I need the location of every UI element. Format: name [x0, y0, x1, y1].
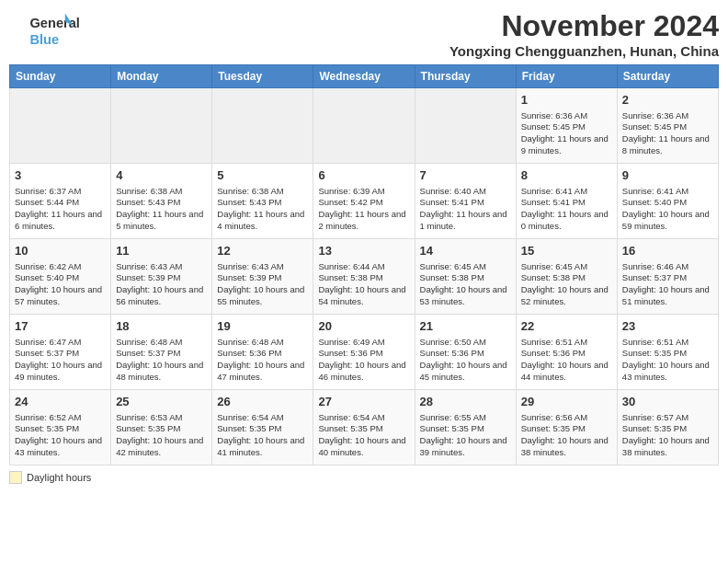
day-number: 24 [15, 394, 106, 410]
calendar-cell: 28Sunrise: 6:55 AM Sunset: 5:35 PM Dayli… [415, 390, 516, 465]
day-info: Sunrise: 6:41 AM Sunset: 5:40 PM Dayligh… [622, 186, 713, 233]
calendar-cell: 25Sunrise: 6:53 AM Sunset: 5:35 PM Dayli… [111, 390, 212, 465]
weekday-header-sunday: Sunday [10, 65, 111, 88]
day-number: 14 [420, 243, 511, 259]
day-number: 11 [116, 243, 207, 259]
day-number: 3 [15, 167, 106, 184]
day-number: 21 [420, 318, 511, 335]
day-info: Sunrise: 6:46 AM Sunset: 5:37 PM Dayligh… [622, 261, 713, 308]
day-info: Sunrise: 6:54 AM Sunset: 5:35 PM Dayligh… [318, 412, 409, 459]
day-number: 22 [521, 318, 612, 335]
calendar-cell [313, 88, 415, 164]
header: General Blue November 2024 Yongxing Chen… [9, 9, 719, 59]
calendar-cell: 7Sunrise: 6:40 AM Sunset: 5:41 PM Daylig… [415, 164, 516, 239]
day-info: Sunrise: 6:50 AM Sunset: 5:36 PM Dayligh… [420, 337, 511, 384]
calendar-cell: 18Sunrise: 6:48 AM Sunset: 5:37 PM Dayli… [111, 315, 212, 390]
day-info: Sunrise: 6:51 AM Sunset: 5:35 PM Dayligh… [622, 337, 713, 384]
calendar-cell: 6Sunrise: 6:39 AM Sunset: 5:42 PM Daylig… [313, 164, 415, 239]
day-number: 28 [420, 394, 511, 410]
day-number: 27 [318, 394, 409, 410]
day-info: Sunrise: 6:42 AM Sunset: 5:40 PM Dayligh… [15, 261, 106, 308]
day-info: Sunrise: 6:57 AM Sunset: 5:35 PM Dayligh… [622, 412, 713, 459]
day-number: 4 [116, 167, 207, 184]
day-info: Sunrise: 6:52 AM Sunset: 5:35 PM Dayligh… [15, 412, 106, 459]
calendar-cell [10, 88, 111, 164]
day-number: 29 [521, 394, 612, 410]
day-info: Sunrise: 6:36 AM Sunset: 5:45 PM Dayligh… [622, 110, 713, 157]
day-info: Sunrise: 6:48 AM Sunset: 5:36 PM Dayligh… [217, 337, 308, 384]
weekday-header-thursday: Thursday [415, 65, 516, 88]
day-number: 16 [622, 243, 713, 259]
day-info: Sunrise: 6:39 AM Sunset: 5:42 PM Dayligh… [318, 186, 409, 233]
title-area: November 2024 Yongxing Chengguanzhen, Hu… [449, 9, 719, 59]
calendar-cell: 5Sunrise: 6:38 AM Sunset: 5:43 PM Daylig… [212, 164, 313, 239]
logo: General Blue [9, 9, 92, 51]
day-number: 15 [521, 243, 612, 259]
day-number: 10 [15, 243, 106, 259]
weekday-header-wednesday: Wednesday [313, 65, 415, 88]
calendar-cell [212, 88, 313, 164]
day-number: 30 [622, 394, 713, 410]
day-number: 2 [622, 92, 713, 109]
calendar-cell: 14Sunrise: 6:45 AM Sunset: 5:38 PM Dayli… [415, 239, 516, 315]
calendar-week-4: 17Sunrise: 6:47 AM Sunset: 5:37 PM Dayli… [10, 315, 719, 390]
calendar-cell: 2Sunrise: 6:36 AM Sunset: 5:45 PM Daylig… [617, 88, 718, 164]
day-number: 25 [116, 394, 207, 410]
day-number: 8 [521, 167, 612, 184]
weekday-header-friday: Friday [516, 65, 617, 88]
day-number: 20 [318, 318, 409, 335]
calendar-cell: 15Sunrise: 6:45 AM Sunset: 5:38 PM Dayli… [516, 239, 617, 315]
day-info: Sunrise: 6:45 AM Sunset: 5:38 PM Dayligh… [521, 261, 612, 308]
day-number: 12 [217, 243, 308, 259]
calendar-cell: 4Sunrise: 6:38 AM Sunset: 5:43 PM Daylig… [111, 164, 212, 239]
day-number: 9 [622, 167, 713, 184]
calendar-cell: 13Sunrise: 6:44 AM Sunset: 5:38 PM Dayli… [313, 239, 415, 315]
calendar-cell: 29Sunrise: 6:56 AM Sunset: 5:35 PM Dayli… [516, 390, 617, 465]
calendar-cell: 21Sunrise: 6:50 AM Sunset: 5:36 PM Dayli… [415, 315, 516, 390]
svg-text:General: General [30, 16, 80, 30]
calendar-cell: 24Sunrise: 6:52 AM Sunset: 5:35 PM Dayli… [10, 390, 111, 465]
day-info: Sunrise: 6:47 AM Sunset: 5:37 PM Dayligh… [15, 337, 106, 384]
calendar-week-2: 3Sunrise: 6:37 AM Sunset: 5:44 PM Daylig… [10, 164, 719, 239]
calendar-week-1: 1Sunrise: 6:36 AM Sunset: 5:45 PM Daylig… [10, 88, 719, 164]
calendar-cell [415, 88, 516, 164]
calendar-cell: 22Sunrise: 6:51 AM Sunset: 5:36 PM Dayli… [516, 315, 617, 390]
legend-item-daylight: Daylight hours [9, 471, 91, 484]
calendar-cell: 23Sunrise: 6:51 AM Sunset: 5:35 PM Dayli… [617, 315, 718, 390]
day-number: 23 [622, 318, 713, 335]
weekday-header-saturday: Saturday [617, 65, 718, 88]
calendar-cell: 17Sunrise: 6:47 AM Sunset: 5:37 PM Dayli… [10, 315, 111, 390]
location-title: Yongxing Chengguanzhen, Hunan, China [449, 43, 719, 59]
day-info: Sunrise: 6:41 AM Sunset: 5:41 PM Dayligh… [521, 186, 612, 233]
legend-label-daylight: Daylight hours [27, 472, 91, 483]
weekday-header-tuesday: Tuesday [212, 65, 313, 88]
calendar-cell: 9Sunrise: 6:41 AM Sunset: 5:40 PM Daylig… [617, 164, 718, 239]
calendar-week-3: 10Sunrise: 6:42 AM Sunset: 5:40 PM Dayli… [10, 239, 719, 315]
svg-text:Blue: Blue [30, 32, 60, 47]
day-number: 13 [318, 243, 409, 259]
calendar-cell: 10Sunrise: 6:42 AM Sunset: 5:40 PM Dayli… [10, 239, 111, 315]
calendar-cell: 30Sunrise: 6:57 AM Sunset: 5:35 PM Dayli… [617, 390, 718, 465]
calendar-cell: 16Sunrise: 6:46 AM Sunset: 5:37 PM Dayli… [617, 239, 718, 315]
day-info: Sunrise: 6:51 AM Sunset: 5:36 PM Dayligh… [521, 337, 612, 384]
logo-icon: General Blue [9, 9, 92, 51]
day-number: 5 [217, 167, 308, 184]
day-info: Sunrise: 6:54 AM Sunset: 5:35 PM Dayligh… [217, 412, 308, 459]
calendar-cell: 3Sunrise: 6:37 AM Sunset: 5:44 PM Daylig… [10, 164, 111, 239]
weekday-header-row: SundayMondayTuesdayWednesdayThursdayFrid… [10, 65, 719, 88]
day-number: 17 [15, 318, 106, 335]
day-number: 26 [217, 394, 308, 410]
day-number: 19 [217, 318, 308, 335]
day-info: Sunrise: 6:40 AM Sunset: 5:41 PM Dayligh… [420, 186, 511, 233]
day-info: Sunrise: 6:43 AM Sunset: 5:39 PM Dayligh… [217, 261, 308, 308]
day-info: Sunrise: 6:48 AM Sunset: 5:37 PM Dayligh… [116, 337, 207, 384]
day-info: Sunrise: 6:53 AM Sunset: 5:35 PM Dayligh… [116, 412, 207, 459]
month-title: November 2024 [449, 9, 719, 43]
calendar-cell: 19Sunrise: 6:48 AM Sunset: 5:36 PM Dayli… [212, 315, 313, 390]
legend: Daylight hours [9, 471, 719, 484]
calendar-cell: 8Sunrise: 6:41 AM Sunset: 5:41 PM Daylig… [516, 164, 617, 239]
weekday-header-monday: Monday [111, 65, 212, 88]
day-number: 7 [420, 167, 511, 184]
day-number: 6 [318, 167, 409, 184]
day-info: Sunrise: 6:56 AM Sunset: 5:35 PM Dayligh… [521, 412, 612, 459]
